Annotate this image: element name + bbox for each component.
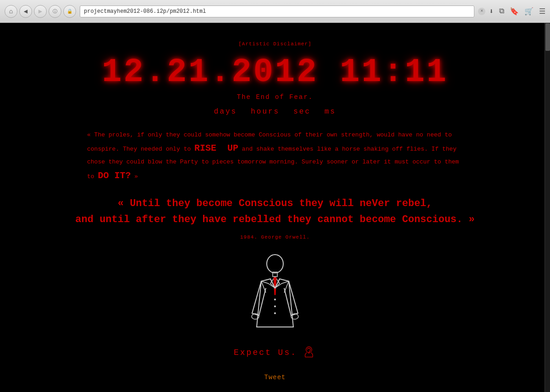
svg-point-8	[274, 312, 276, 314]
sec-label: sec	[293, 108, 311, 116]
large-quote-line1: « Until they become Conscious they will …	[75, 196, 474, 212]
expect-us-container: Expect Us.	[234, 345, 316, 360]
attribution: 1984. George Orwell.	[240, 234, 310, 240]
expect-us-text: Expect Us.	[234, 348, 297, 357]
countdown-labels: days hours sec ms	[214, 108, 336, 116]
address-bar[interactable]: projectmayhem2012-086.i2p/pm2012.html	[80, 5, 474, 17]
ms-label: ms	[324, 108, 336, 116]
toolbar-right: ⬇ ⧉ 🔖 🛒 ☰	[489, 7, 545, 16]
anonymous-logo-icon	[302, 345, 316, 360]
bookmark-icon[interactable]: 🔖	[510, 7, 519, 16]
artistic-disclaimer: [Artistic Disclaimer]	[238, 41, 312, 47]
back-button[interactable]: ◀	[19, 5, 32, 18]
scrollbar-thumb[interactable]	[545, 23, 550, 51]
digital-clock: 12.21.2012 11:11	[102, 56, 448, 89]
windows-icon[interactable]: ⧉	[499, 7, 504, 16]
svg-point-6	[274, 299, 276, 300]
home-button[interactable]: ⌂	[5, 5, 17, 18]
scrollbar[interactable]	[544, 23, 550, 392]
info-button[interactable]: ⓘ	[49, 5, 61, 18]
cart-icon[interactable]: 🛒	[524, 7, 534, 16]
tweet-button[interactable]: Tweet	[264, 374, 286, 381]
end-of-fear: The End of Fear.	[237, 93, 313, 101]
large-quote: « Until they become Conscious they will …	[75, 196, 474, 228]
large-quote-line2: and until after they have rebelled they …	[75, 212, 474, 228]
browser-chrome: ⌂ ◀ ▶ ⓘ 🔒 projectmayhem2012-086.i2p/pm20…	[0, 0, 550, 23]
menu-icon[interactable]: ☰	[539, 7, 545, 16]
lock-button[interactable]: 🔒	[63, 5, 76, 18]
page-content: [Artistic Disclaimer] 12.21.2012 11:11 T…	[0, 23, 550, 392]
do-it-text: DO IT?	[98, 170, 131, 181]
download-icon[interactable]: ⬇	[489, 7, 494, 16]
svg-point-10	[308, 353, 309, 354]
rise-up-text: RISE UP	[194, 143, 238, 153]
hours-label: hours	[251, 108, 280, 116]
close-tab-button[interactable]: ×	[478, 8, 485, 15]
suit-figure	[248, 254, 302, 336]
nav-buttons: ⌂ ◀ ▶ ⓘ 🔒	[5, 5, 76, 18]
svg-point-7	[274, 305, 276, 307]
quote-paragraph: « The proles, if only they could somehow…	[69, 130, 481, 184]
svg-point-0	[267, 255, 283, 273]
forward-button[interactable]: ▶	[34, 5, 47, 18]
days-label: days	[214, 108, 237, 116]
url-text: projectmayhem2012-086.i2p/pm2012.html	[84, 8, 206, 15]
